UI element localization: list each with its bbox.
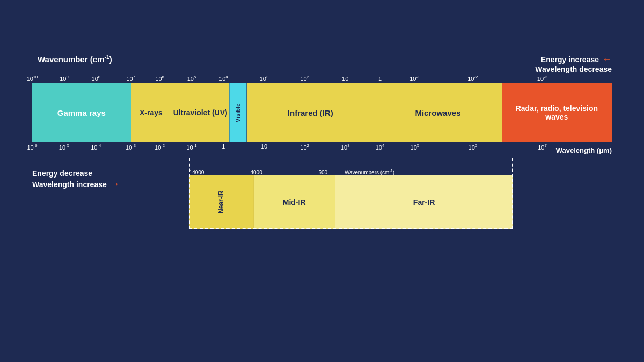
mid-ir-bar: Mid-IR <box>254 175 335 229</box>
wavelength-increase-arrow-icon: → <box>110 179 120 190</box>
wavelength-increase-label: Wavelength increase → <box>32 179 120 190</box>
energy-arrows-bottom: Energy decrease Wavelength increase → <box>32 169 120 190</box>
bottom-tick: 10 <box>261 143 267 150</box>
segment-microwave: Microwaves <box>374 83 502 142</box>
ir-label-14000: 14000 <box>189 169 204 175</box>
top-scale-row: 1010 109 108 107 106 105 104 103 102 10 … <box>32 67 612 82</box>
scale-tick: 107 <box>126 75 135 82</box>
segment-visible: Visible <box>229 83 246 142</box>
scale-tick: 1 <box>378 76 382 82</box>
scale-tick: 106 <box>155 75 164 82</box>
scale-tick: 1010 <box>27 75 38 82</box>
segment-xray: X-rays <box>131 83 172 142</box>
main-content: Wavenumber (cm-1) 1010 109 108 107 106 1… <box>32 54 612 229</box>
scale-tick: 10-3 <box>537 75 547 82</box>
bottom-tick: 10-2 <box>155 143 165 151</box>
bottom-tick: 10-1 <box>186 143 196 151</box>
wavenumber-label: Wavenumber (cm-1) <box>38 54 612 64</box>
bottom-tick: 105 <box>411 143 420 151</box>
bottom-tick: 102 <box>300 143 309 151</box>
ir-label-4000: 4000 <box>251 169 262 175</box>
bottom-tick: 10-6 <box>27 143 37 151</box>
scale-tick: 10 <box>342 76 348 82</box>
ir-wavenumber-labels: 14000 4000 500 Wavenumbers (cm-1) <box>189 164 514 175</box>
bottom-tick: 10-5 <box>59 143 69 151</box>
bottom-tick: 107 <box>538 143 547 151</box>
bottom-tick: 103 <box>341 143 350 151</box>
spectrum-bar: Gamma rays X-rays Ultraviolet (UV) Visib… <box>32 83 612 142</box>
scale-tick: 104 <box>219 75 228 82</box>
energy-decrease-label: Energy decrease <box>32 169 120 178</box>
scale-tick: 102 <box>300 75 309 82</box>
bottom-scale-row: 10-6 10-5 10-4 10-3 10-2 10-1 1 10 102 1… <box>32 143 612 159</box>
far-ir-bar: Far-IR <box>335 175 514 229</box>
scale-tick: 103 <box>260 75 269 82</box>
ir-sub-bars: Near-IR Mid-IR Far-IR <box>189 175 514 229</box>
segment-gamma: Gamma rays <box>32 83 131 142</box>
scale-tick: 108 <box>92 75 101 82</box>
ir-wavenumber-unit: Wavenumbers (cm-1) <box>345 169 394 175</box>
segment-uv: Ultraviolet (UV) <box>171 83 229 142</box>
scale-tick: 109 <box>60 75 69 82</box>
segment-ir: Infrared (IR) <box>247 83 375 142</box>
scale-tick: 105 <box>187 75 196 82</box>
bottom-tick: 10-4 <box>91 143 101 151</box>
wavelength-label: Wavelength (μm) <box>556 146 612 154</box>
bottom-tick: 10-3 <box>126 143 136 151</box>
near-ir-bar: Near-IR <box>189 175 254 229</box>
scale-tick: 10-1 <box>409 75 420 82</box>
ir-label-500: 500 <box>319 169 328 175</box>
scale-tick: 10-2 <box>467 75 478 82</box>
bottom-tick: 106 <box>469 143 478 151</box>
segment-radar: Radar, radio, television waves <box>502 83 612 142</box>
ir-zoom-section: Energy decrease Wavelength increase → 14… <box>32 164 612 229</box>
bottom-tick: 104 <box>376 143 385 151</box>
bottom-tick: 1 <box>222 143 225 150</box>
ir-zoom-container: 14000 4000 500 Wavenumbers (cm-1) Near-I… <box>189 164 514 229</box>
